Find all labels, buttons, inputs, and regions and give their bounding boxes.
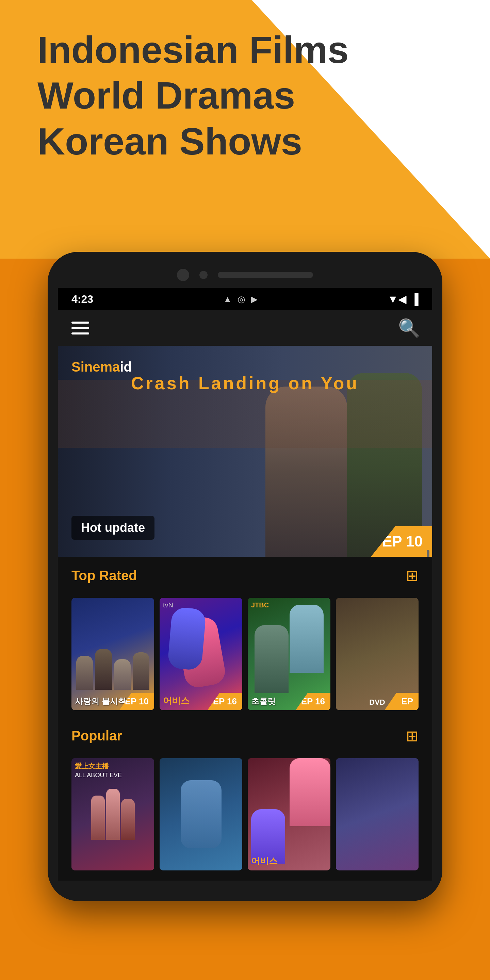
- popular-grid: 愛上女主播 ALL ABOUT EVE: [58, 755, 432, 881]
- scrollbar-thumb[interactable]: [427, 550, 430, 557]
- popular-card-3[interactable]: 어비스: [248, 758, 331, 870]
- card2-logo: tvN: [163, 601, 173, 609]
- hero-line-2: World Dramas: [37, 73, 349, 118]
- app-toolbar: 🔍: [58, 310, 432, 346]
- popular-card-2-bg: [159, 758, 242, 870]
- wifi-icon: ▼◀: [388, 293, 407, 305]
- logo-id: id: [120, 360, 132, 374]
- menu-button[interactable]: [72, 321, 89, 334]
- top-rated-section-header: Top Rated ⊞: [58, 557, 432, 595]
- status-bar: 4:23 ▲ ◎ ▶ ▼◀ ▐: [58, 288, 432, 310]
- hero-text-container: Indonesian Films World Dramas Korean Sho…: [37, 27, 349, 164]
- phone-camera: [177, 269, 189, 281]
- phone-speaker-dot: [199, 271, 208, 279]
- hero-banner[interactable]: Sinemaid Crash Landing on You Hot update…: [58, 346, 432, 557]
- battery-icon: ▐: [411, 293, 418, 305]
- popular-card-1[interactable]: 愛上女主播 ALL ABOUT EVE: [72, 758, 154, 870]
- popular-title: Popular: [72, 728, 122, 743]
- top-rated-grid-icon[interactable]: ⊞: [406, 567, 418, 584]
- popular-card-2[interactable]: [159, 758, 242, 870]
- top-rated-card-4[interactable]: DVD EP: [336, 598, 418, 710]
- card1-korean-text: 사랑의 불시착: [75, 696, 126, 707]
- popular-card1-title: 愛上女主播: [75, 762, 109, 771]
- status-time: 4:23: [72, 293, 93, 305]
- phone-speaker-bar: [218, 272, 313, 278]
- hamburger-line-1: [72, 321, 89, 324]
- notif-icon-1: ▲: [223, 294, 232, 305]
- top-rated-grid: 사랑의 불시착 EP 10 어비스 tvN EP 16: [58, 595, 432, 717]
- hamburger-line-3: [72, 332, 89, 334]
- status-notification-icons: ▲ ◎ ▶: [223, 294, 258, 305]
- popular-card-4[interactable]: [336, 758, 418, 870]
- sinemaid-logo: Sinemaid: [72, 360, 132, 374]
- popular-card1-subtitle: ALL ABOUT EVE: [75, 772, 122, 779]
- card3-korean-text: 초콜릿: [251, 696, 275, 707]
- top-rated-card-2[interactable]: 어비스 tvN EP 16: [159, 598, 242, 710]
- phone-physical-top: [58, 269, 432, 281]
- phone-mockup: 4:23 ▲ ◎ ▶ ▼◀ ▐ 🔍: [48, 252, 442, 901]
- hamburger-line-2: [72, 327, 89, 329]
- popular-grid-icon[interactable]: ⊞: [406, 727, 418, 745]
- popular-card3-text: 어비스: [251, 855, 278, 867]
- status-system-icons: ▼◀ ▐: [388, 293, 418, 305]
- search-button[interactable]: 🔍: [399, 318, 418, 337]
- banner-show-title: Crash Landing on You: [58, 373, 432, 393]
- top-rated-card-1[interactable]: 사랑의 불시착 EP 10: [72, 598, 154, 710]
- card1-persons: [76, 649, 150, 690]
- popular-card-1-bg: 愛上女主播 ALL ABOUT EVE: [72, 758, 154, 870]
- popular-card-4-bg: [336, 758, 418, 870]
- notif-icon-3: ▶: [251, 294, 258, 305]
- top-rated-title: Top Rated: [72, 568, 137, 583]
- logo-sinema: Sinema: [72, 360, 120, 374]
- popular-card-3-bg: 어비스: [248, 758, 331, 870]
- top-rated-card-3[interactable]: 초콜릿 JTBC EP 16: [248, 598, 331, 710]
- banner-hot-update-badge: Hot update: [72, 516, 154, 540]
- hero-line-1: Indonesian Films: [37, 27, 349, 73]
- notif-icon-2: ◎: [237, 294, 245, 305]
- popular-section-header: Popular ⊞: [58, 717, 432, 755]
- card2-korean-text: 어비스: [163, 695, 189, 707]
- hero-line-3: Korean Shows: [37, 119, 349, 164]
- phone-body: 4:23 ▲ ◎ ▶ ▼◀ ▐ 🔍: [48, 252, 442, 901]
- card3-logo: JTBC: [251, 601, 269, 609]
- banner-logo-container: Sinemaid: [72, 360, 132, 375]
